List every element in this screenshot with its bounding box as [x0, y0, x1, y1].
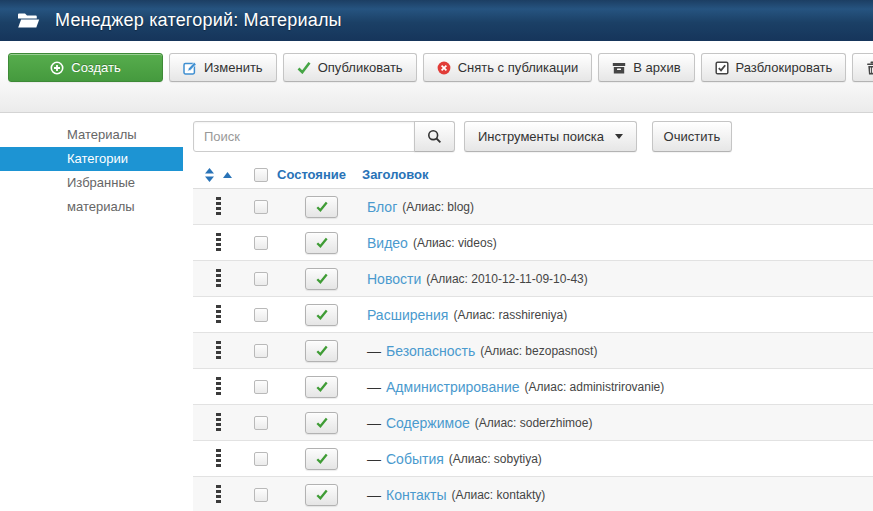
folder-open-icon	[17, 12, 40, 29]
edit-icon	[183, 61, 197, 75]
unpublish-button[interactable]: Снять с публикации	[423, 53, 593, 82]
category-row: Новости (Алиас: 2010-12-11-09-10-43)	[193, 261, 873, 297]
caret-down-icon	[615, 134, 623, 139]
trash-button[interactable]: В корзину	[852, 53, 873, 82]
subcategory-dash: —	[367, 451, 381, 467]
drag-handle-icon[interactable]	[216, 197, 221, 216]
category-title-link[interactable]: Новости	[367, 271, 421, 287]
published-check-icon	[316, 201, 328, 212]
published-check-icon	[316, 237, 328, 248]
cross-circle-icon	[437, 61, 451, 75]
search-button[interactable]	[414, 121, 455, 152]
published-check-icon	[316, 381, 328, 392]
row-checkbox[interactable]	[254, 452, 268, 466]
category-row: — Безопасность (Алиас: bezopasnost)	[193, 333, 873, 369]
sidebar-item-categories[interactable]: Категории	[0, 147, 183, 171]
category-alias: (Алиас: administrirovanie)	[525, 380, 665, 394]
toolbar: Создать Изменить Опубликовать	[8, 53, 873, 82]
publish-button[interactable]: Опубликовать	[283, 53, 417, 82]
subcategory-dash: —	[367, 487, 381, 503]
clear-button[interactable]: Очистить	[652, 121, 732, 152]
category-title-link[interactable]: Администрирование	[386, 379, 520, 395]
status-toggle-button[interactable]	[305, 448, 338, 470]
subcategory-dash: —	[367, 415, 381, 431]
category-row: — Содержимое (Алиас: soderzhimoe)	[193, 405, 873, 441]
status-toggle-button[interactable]	[305, 412, 338, 434]
table-header: Состояние Заголовок	[193, 161, 873, 189]
checkin-button[interactable]: Разблокировать	[701, 53, 847, 82]
sort-direction-icon[interactable]	[223, 172, 232, 178]
category-row: Видео (Алиас: videos)	[193, 225, 873, 261]
category-row: — Администрирование (Алиас: administriro…	[193, 369, 873, 405]
drag-handle-icon[interactable]	[216, 485, 221, 504]
status-toggle-button[interactable]	[305, 340, 338, 362]
column-header-title[interactable]: Заголовок	[362, 167, 429, 182]
drag-handle-icon[interactable]	[216, 233, 221, 252]
sidebar-item-articles[interactable]: Материалы	[0, 123, 183, 147]
archive-icon	[612, 61, 626, 75]
check-icon	[297, 61, 311, 74]
published-check-icon	[316, 273, 328, 284]
category-alias: (Алиас: soderzhimoe)	[475, 416, 593, 430]
row-checkbox[interactable]	[254, 488, 268, 502]
row-checkbox[interactable]	[254, 236, 268, 250]
drag-handle-icon[interactable]	[216, 413, 221, 432]
published-check-icon	[316, 309, 328, 320]
drag-handle-icon[interactable]	[216, 305, 221, 324]
row-checkbox[interactable]	[254, 200, 268, 214]
category-title-link[interactable]: Безопасность	[386, 343, 475, 359]
new-button[interactable]: Создать	[8, 53, 163, 82]
row-checkbox[interactable]	[254, 380, 268, 394]
sidebar: Материалы Категории Избранные материалы	[0, 113, 183, 195]
edit-button[interactable]: Изменить	[169, 53, 277, 82]
category-title-link[interactable]: Расширения	[367, 307, 448, 323]
category-alias: (Алиас: kontakty)	[451, 488, 545, 502]
top-navbar: Менеджер категорий: Материалы	[0, 0, 873, 41]
category-alias: (Алиас: sobytiya)	[449, 452, 542, 466]
category-title-link[interactable]: События	[386, 451, 444, 467]
sort-order-icon[interactable]	[205, 168, 214, 182]
status-toggle-button[interactable]	[305, 376, 338, 398]
category-title-link[interactable]: Контакты	[386, 487, 446, 503]
search-input[interactable]	[193, 121, 415, 152]
category-alias: (Алиас: videos)	[413, 236, 497, 250]
row-checkbox[interactable]	[254, 308, 268, 322]
search-icon	[427, 129, 442, 144]
search-tools-button[interactable]: Инструменты поиска	[464, 121, 637, 152]
status-toggle-button[interactable]	[305, 484, 338, 506]
select-all-checkbox[interactable]	[254, 168, 268, 182]
published-check-icon	[316, 345, 328, 356]
category-row: Блог (Алиас: blog)	[193, 189, 873, 225]
row-checkbox[interactable]	[254, 416, 268, 430]
drag-handle-icon[interactable]	[216, 377, 221, 396]
status-toggle-button[interactable]	[305, 196, 338, 218]
category-alias: (Алиас: 2010-12-11-09-10-43)	[426, 272, 588, 286]
status-toggle-button[interactable]	[305, 304, 338, 326]
drag-handle-icon[interactable]	[216, 269, 221, 288]
category-alias: (Алиас: rasshireniya)	[453, 308, 567, 322]
plus-circle-icon	[50, 61, 64, 75]
category-title-link[interactable]: Содержимое	[386, 415, 470, 431]
column-header-status[interactable]: Состояние	[277, 167, 346, 182]
main-content: Инструменты поиска Очистить Состояние	[193, 113, 873, 511]
category-row: Расширения (Алиас: rasshireniya)	[193, 297, 873, 333]
category-title-link[interactable]: Видео	[367, 235, 408, 251]
category-row: — Контакты (Алиас: kontakty)	[193, 477, 873, 511]
trash-icon	[866, 61, 873, 75]
row-checkbox[interactable]	[254, 344, 268, 358]
drag-handle-icon[interactable]	[216, 341, 221, 360]
category-title-link[interactable]: Блог	[367, 199, 397, 215]
toolbar-subhead: Создать Изменить Опубликовать	[0, 41, 873, 113]
drag-handle-icon[interactable]	[216, 449, 221, 468]
published-check-icon	[316, 489, 328, 500]
sidebar-item-featured[interactable]: Избранные материалы	[0, 171, 183, 195]
status-toggle-button[interactable]	[305, 232, 338, 254]
archive-button[interactable]: В архив	[598, 53, 694, 82]
page-title: Менеджер категорий: Материалы	[55, 10, 342, 31]
subcategory-dash: —	[367, 379, 381, 395]
status-toggle-button[interactable]	[305, 268, 338, 290]
row-checkbox[interactable]	[254, 272, 268, 286]
checkbox-icon	[715, 61, 729, 75]
published-check-icon	[316, 417, 328, 428]
published-check-icon	[316, 453, 328, 464]
